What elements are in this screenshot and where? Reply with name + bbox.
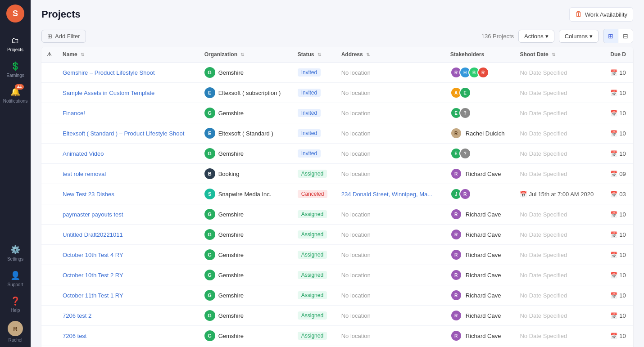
sidebar-item-notifications[interactable]: 🔔 44 Notifications: [0, 82, 31, 108]
shoot-date-label: No Date Specified: [520, 69, 567, 76]
sidebar-item-settings[interactable]: ⚙️ Settings: [0, 240, 31, 266]
org-avatar: G: [204, 330, 215, 341]
sidebar-item-label: Projects: [7, 47, 23, 52]
project-name-cell: Gemshire – Product Lifestyle Shoot: [57, 63, 199, 83]
status-cell: Assigned: [292, 285, 336, 306]
project-name-link[interactable]: Sample Assets in Custom Template: [63, 90, 154, 96]
shoot-date-cell: No Date Specified: [514, 326, 605, 346]
actions-button[interactable]: Actions ▾: [518, 30, 554, 43]
th-organization[interactable]: Organization ⇅: [199, 47, 292, 63]
due-date-cell: 📅10: [605, 63, 633, 83]
sidebar-item-help[interactable]: ❓ Help: [0, 292, 31, 317]
org-avatar: E: [204, 128, 215, 139]
project-name-link[interactable]: 7206 test: [63, 333, 87, 339]
org-name: Gemshire: [218, 231, 244, 238]
project-name-link[interactable]: Gemshire – Product Lifestyle Shoot: [63, 69, 155, 76]
shoot-date-label: No Date Specified: [520, 171, 567, 177]
user-avatar-wrap[interactable]: R Rachel: [8, 321, 23, 342]
sidebar: S 🗂 Projects 💲 Earnings 🔔 44 Notificatio…: [0, 0, 31, 347]
shoot-date-label: No Date Specified: [520, 312, 567, 319]
address-cell: No location: [336, 63, 445, 83]
stakeholder-avatar: R: [450, 168, 462, 180]
add-filter-button[interactable]: ⊞ Add Filter: [41, 30, 86, 43]
columns-button[interactable]: Columns ▾: [559, 30, 599, 43]
table-row: October 10th Test 4 RYGGemshireAssignedN…: [41, 245, 633, 265]
table-row: October 11th Test 1 RYGGemshireAssignedN…: [41, 285, 633, 306]
status-cell: Assigned: [292, 164, 336, 184]
stakeholder-name: Richard Cave: [466, 272, 501, 279]
project-name-link[interactable]: Eltexsoft ( Standard ) – Product Lifesty…: [63, 130, 184, 137]
project-name-cell: 7206 test: [57, 326, 199, 346]
org-name: Gemshire: [218, 150, 244, 157]
project-name-link[interactable]: October 10th Test 4 RY: [63, 252, 123, 258]
project-name-link[interactable]: October 10th Test 2 RY: [63, 272, 123, 279]
list-view-button[interactable]: ⊟: [618, 29, 633, 43]
shoot-date-cell: No Date Specified: [514, 306, 605, 326]
shoot-date-cell: No Date Specified: [514, 204, 605, 225]
calendar-icon: 📅: [610, 171, 617, 177]
no-location-label: No location: [341, 252, 371, 258]
no-location-label: No location: [341, 130, 371, 137]
org-cell: GGemshire: [199, 265, 292, 285]
toolbar-left: ⊞ Add Filter: [41, 30, 86, 43]
table-row: Finance!GGemshireInvitedNo locationE?No …: [41, 103, 633, 123]
calendar-icon: 📅: [610, 110, 617, 117]
due-date-cell: 📅10: [605, 326, 633, 346]
user-name-label: Rachel: [8, 338, 22, 342]
org-cell: GGemshire: [199, 245, 292, 265]
calendar-icon: 📅: [610, 211, 617, 218]
stakeholders-cell: RRachel Dulcich: [445, 123, 515, 144]
project-name-link[interactable]: paymaster payouts test: [63, 211, 123, 218]
th-shoot-date[interactable]: Shoot Date ⇅: [514, 47, 605, 63]
project-name-link[interactable]: test role removal: [63, 171, 106, 177]
stakeholder-name: Richard Cave: [466, 333, 501, 339]
project-name-link[interactable]: Finance!: [63, 110, 85, 117]
stakeholders-cell: RRichard Cave: [445, 204, 515, 225]
sidebar-item-support[interactable]: 👤 Support: [0, 266, 31, 292]
app-logo[interactable]: S: [6, 5, 24, 23]
shoot-date-label: No Date Specified: [520, 110, 567, 117]
th-status[interactable]: Status ⇅: [292, 47, 336, 63]
th-stakeholders[interactable]: Stakeholders: [445, 47, 515, 63]
status-cell: Invited: [292, 144, 336, 164]
project-name-link[interactable]: October 11th Test 1 RY: [63, 292, 123, 299]
due-date-label: 📅10: [610, 333, 626, 339]
address-cell: No location: [336, 306, 445, 326]
due-date-label: 📅03: [610, 191, 626, 198]
address-cell: No location: [336, 245, 445, 265]
status-badge: Invited: [298, 129, 321, 137]
org-name: Gemshire: [218, 110, 244, 117]
org-cell: EEltexsoft ( Standard ): [199, 123, 292, 144]
warn-cell: [41, 103, 57, 123]
work-availability-button[interactable]: 🗓 Work Availability: [569, 7, 633, 22]
shoot-date-label: No Date Specified: [520, 211, 567, 218]
sidebar-item-earnings[interactable]: 💲 Earnings: [0, 57, 31, 82]
project-name-link[interactable]: New Test 23 Dishes: [63, 191, 114, 198]
header-right: 🗓 Work Availability: [569, 7, 633, 22]
address-link[interactable]: 234 Donald Street, Winnipeg, Ma...: [341, 191, 432, 198]
filter-icon: ⊞: [47, 33, 52, 40]
project-name-link[interactable]: Untitled Draft20221011: [63, 231, 123, 238]
status-cell: Assigned: [292, 225, 336, 245]
stakeholders-cell: E?: [445, 144, 515, 164]
sidebar-item-projects[interactable]: 🗂 Projects: [0, 32, 31, 57]
status-cell: Invited: [292, 63, 336, 83]
project-name-cell: New Test 23 Dishes: [57, 184, 199, 204]
th-address[interactable]: Address ⇅: [336, 47, 445, 63]
table-row: 7206 test 2GGemshireAssignedNo locationR…: [41, 306, 633, 326]
project-name-link[interactable]: Animated Video: [63, 150, 104, 157]
no-location-label: No location: [341, 90, 371, 96]
project-name-link[interactable]: 7206 test 2: [63, 312, 91, 319]
grid-view-button[interactable]: ⊞: [603, 29, 618, 43]
shoot-date-cell: No Date Specified: [514, 225, 605, 245]
th-due-date[interactable]: Due D: [605, 47, 633, 63]
th-name[interactable]: Name ⇅: [57, 47, 199, 63]
status-badge: Assigned: [298, 170, 327, 178]
org-cell: EEltexsoft ( subscription ): [199, 83, 292, 103]
project-name-cell: Finance!: [57, 103, 199, 123]
due-date-label: 📅10: [610, 130, 626, 137]
stakeholder-avatar: ?: [459, 148, 471, 159]
view-toggle: ⊞ ⊟: [603, 29, 633, 43]
warn-cell: [41, 184, 57, 204]
stakeholders-cell: JR: [445, 184, 515, 204]
